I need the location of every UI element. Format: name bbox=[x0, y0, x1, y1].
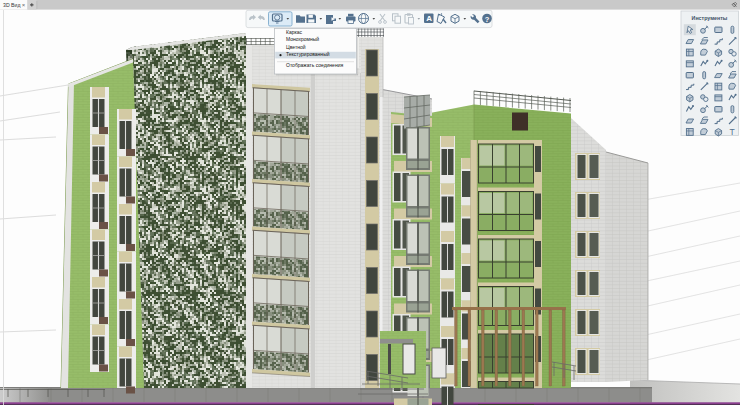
svg-text:Инструменты: Инструменты bbox=[692, 15, 728, 21]
svg-text:A: A bbox=[426, 14, 432, 23]
svg-text:3D Вид: 3D Вид bbox=[3, 2, 20, 8]
svg-text:×: × bbox=[22, 2, 26, 8]
svg-text:T: T bbox=[729, 127, 734, 137]
svg-text:Отображать соединения: Отображать соединения bbox=[286, 62, 343, 68]
svg-text:Цветной: Цветной bbox=[286, 44, 306, 50]
svg-text:Монохромный: Монохромный bbox=[286, 36, 319, 42]
svg-text:Текстурированный: Текстурированный bbox=[286, 51, 330, 57]
svg-text:Каркас: Каркас bbox=[286, 29, 303, 35]
svg-text:?: ? bbox=[485, 15, 490, 24]
